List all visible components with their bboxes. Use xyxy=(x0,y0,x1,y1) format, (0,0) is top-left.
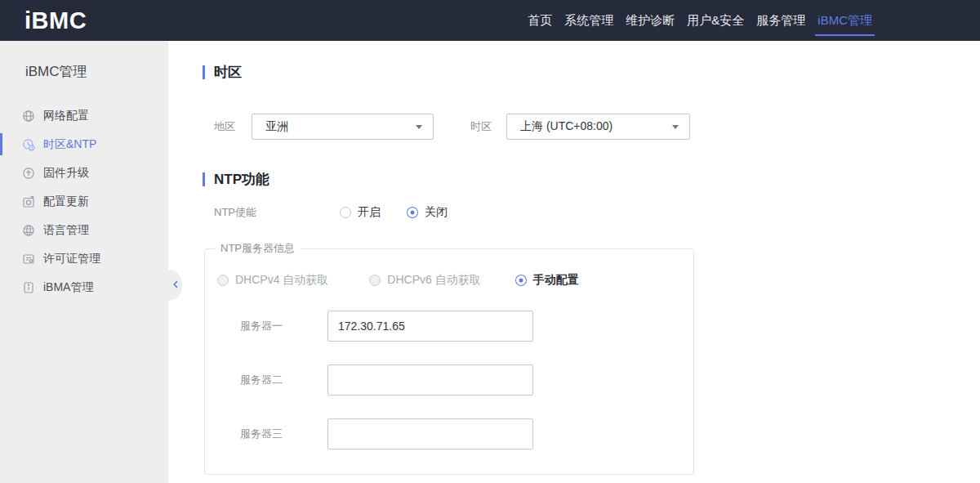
nav-item-maintenance-diagnostics[interactable]: 维护诊断 xyxy=(626,0,675,41)
section-heading: 时区 xyxy=(214,63,242,82)
timezone-form-row: 地区 亚洲 时区 上海 (UTC+08:00) xyxy=(214,114,980,140)
topbar: iBMC 首页 系统管理 维护诊断 用户&安全 服务管理 iBMC管理 xyxy=(0,0,980,41)
sidebar-item-license-management[interactable]: 许可证管理 xyxy=(0,244,168,273)
network-icon xyxy=(22,110,35,123)
section-heading: NTP功能 xyxy=(214,170,270,189)
server-two-label: 服务器二 xyxy=(240,373,327,387)
nav-item-home[interactable]: 首页 xyxy=(528,0,552,41)
nav-item-ibmc-management[interactable]: iBMC管理 xyxy=(817,0,872,41)
sidebar-item-label: iBMA管理 xyxy=(43,280,93,295)
sidebar-item-firmware-upgrade[interactable]: 固件升级 xyxy=(0,159,168,187)
section-accent-bar xyxy=(203,65,205,79)
radio-circle xyxy=(340,207,351,218)
chevron-down-icon xyxy=(672,125,679,129)
radio-option-manual-config[interactable]: 手动配置 xyxy=(515,273,579,288)
top-navigation: 首页 系统管理 维护诊断 用户&安全 服务管理 iBMC管理 xyxy=(528,0,980,41)
server-one-row: 服务器一 xyxy=(240,311,693,342)
firmware-upgrade-icon xyxy=(22,167,35,180)
clock-icon xyxy=(22,138,35,151)
timezone-label: 时区 xyxy=(470,119,506,134)
radio-label: 开启 xyxy=(358,205,381,220)
sidebar-item-label: 网络配置 xyxy=(43,109,89,123)
server-two-input[interactable] xyxy=(327,364,533,396)
ntp-enable-label: NTP使能 xyxy=(214,205,340,220)
region-select[interactable]: 亚洲 xyxy=(252,114,434,140)
ntp-section-title: NTP功能 xyxy=(203,170,980,189)
server-three-row: 服务器三 xyxy=(240,418,693,449)
app-logo: iBMC xyxy=(24,7,87,34)
sidebar-title: iBMC管理 xyxy=(25,62,168,81)
sidebar-item-label: 配置更新 xyxy=(43,195,89,209)
license-icon xyxy=(22,253,35,266)
radio-label: DHCPv4 自动获取 xyxy=(235,273,328,288)
radio-circle xyxy=(369,275,381,286)
chevron-down-icon xyxy=(416,125,422,129)
sidebar-item-label: 语言管理 xyxy=(43,223,89,238)
sidebar: iBMC管理 网络配置 时区&NTP xyxy=(0,41,168,483)
section-accent-bar xyxy=(203,172,205,186)
chevron-left-icon xyxy=(171,278,180,293)
server-three-input[interactable] xyxy=(327,418,533,449)
sidebar-item-label: 许可证管理 xyxy=(43,252,100,266)
server-one-label: 服务器一 xyxy=(240,319,327,333)
sidebar-item-config-update[interactable]: 配置更新 xyxy=(0,187,168,216)
sidebar-item-ibma-management[interactable]: iBMA管理 xyxy=(0,273,168,302)
server-two-row: 服务器二 xyxy=(240,364,693,396)
region-label: 地区 xyxy=(214,119,252,134)
nav-item-user-security[interactable]: 用户&安全 xyxy=(687,0,744,41)
radio-option-dhcpv4-auto: DHCPv4 自动获取 xyxy=(217,273,328,288)
timezone-section-title: 时区 xyxy=(203,63,980,82)
radio-label: DHCPv6 自动获取 xyxy=(387,273,480,288)
ntp-server-group: NTP服务器信息 DHCPv4 自动获取 DHCPv6 自动获取 手动配置 服务… xyxy=(204,241,694,475)
radio-option-enable-on[interactable]: 开启 xyxy=(340,205,381,220)
sidebar-item-language-management[interactable]: 语言管理 xyxy=(0,216,168,244)
radio-label: 手动配置 xyxy=(533,273,579,288)
radio-label: 关闭 xyxy=(425,205,448,220)
sidebar-menu: 网络配置 时区&NTP 固件升级 xyxy=(0,101,168,302)
sidebar-item-label: 时区&NTP xyxy=(43,137,96,152)
nav-item-system-management[interactable]: 系统管理 xyxy=(564,0,613,41)
language-icon xyxy=(22,224,35,237)
ntp-mode-row: DHCPv4 自动获取 DHCPv6 自动获取 手动配置 xyxy=(217,273,693,288)
main-content: 时区 地区 亚洲 时区 上海 (UTC+08:00) NTP功能 NTP使能 开… xyxy=(168,41,980,483)
radio-circle xyxy=(217,275,229,286)
server-three-label: 服务器三 xyxy=(240,427,327,441)
timezone-select[interactable]: 上海 (UTC+08:00) xyxy=(506,114,690,140)
radio-circle xyxy=(515,275,527,286)
ntp-enable-row: NTP使能 开启 关闭 xyxy=(214,205,980,220)
server-one-input[interactable] xyxy=(327,311,533,342)
ntp-server-group-legend: NTP服务器信息 xyxy=(215,241,301,256)
sidebar-item-label: 固件升级 xyxy=(43,166,89,181)
region-select-value: 亚洲 xyxy=(265,119,288,134)
radio-circle xyxy=(407,207,418,218)
sidebar-item-network-config[interactable]: 网络配置 xyxy=(0,101,168,130)
nav-item-service-management[interactable]: 服务管理 xyxy=(756,0,805,41)
timezone-select-value: 上海 (UTC+08:00) xyxy=(520,119,612,134)
radio-option-dhcpv6-auto: DHCPv6 自动获取 xyxy=(369,273,480,288)
config-update-icon xyxy=(22,195,35,208)
sidebar-item-timezone-ntp[interactable]: 时区&NTP xyxy=(0,130,168,159)
ibma-icon xyxy=(22,281,35,294)
radio-option-enable-off[interactable]: 关闭 xyxy=(407,205,448,220)
